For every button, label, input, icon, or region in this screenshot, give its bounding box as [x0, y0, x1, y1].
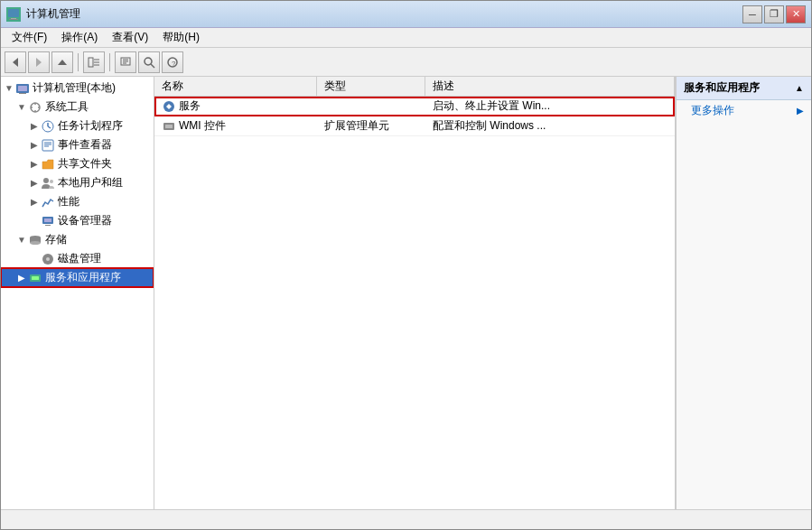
tree-item-system-tools[interactable]: ▼ 系统工具	[1, 98, 154, 116]
tree-label-perf: 性能	[58, 194, 79, 209]
toolbar-sep-2	[109, 53, 110, 71]
icon-services-apps	[28, 271, 42, 285]
icon-performance	[41, 195, 55, 209]
col-header-type[interactable]: 类型	[317, 77, 425, 96]
toolbar-sep-1	[78, 53, 79, 71]
svg-point-14	[145, 58, 152, 65]
icon-storage	[28, 233, 42, 247]
toolbar-btn-3[interactable]	[115, 51, 136, 73]
svg-marker-4	[36, 58, 42, 67]
expand-storage[interactable]: ▼	[15, 234, 28, 246]
tree-label-device: 设备管理器	[58, 213, 112, 228]
status-bar	[1, 509, 811, 529]
forward-button[interactable]	[28, 51, 50, 73]
cell-wmi-name: WMI 控件	[179, 118, 226, 134]
tree-item-root[interactable]: ▼ 计算机管理(本地)	[1, 79, 154, 98]
col-header-name[interactable]: 名称	[154, 77, 317, 96]
expand-users[interactable]: ▶	[28, 177, 41, 190]
svg-rect-6	[89, 58, 93, 67]
actions-more-arrow-icon: ▶	[797, 106, 804, 116]
toolbar: ?	[1, 48, 811, 77]
icon-task	[41, 119, 55, 134]
tree-label-root: 计算机管理(本地)	[33, 80, 116, 96]
expand-shared[interactable]: ▶	[28, 158, 41, 171]
svg-text:?: ?	[172, 60, 176, 68]
expand-event[interactable]: ▶	[28, 139, 41, 152]
expand-perf[interactable]: ▶	[28, 196, 41, 209]
tree-item-shared[interactable]: ▶ 共享文件夹	[1, 154, 154, 173]
icon-device	[41, 214, 55, 228]
title-buttons: ─ ❐ ✕	[742, 5, 806, 23]
expand-task[interactable]: ▶	[28, 120, 41, 133]
svg-rect-20	[19, 93, 26, 94]
restore-button[interactable]: ❐	[764, 5, 784, 23]
toolbar-btn-5[interactable]: ?	[162, 51, 183, 73]
list-row-wmi[interactable]: WMI 控件 扩展管理单元 配置和控制 Windows ...	[154, 116, 675, 136]
list-panel: 名称 类型 描述 服务	[154, 77, 676, 509]
main-window: 计算机管理 ─ ❐ ✕ 文件(F) 操作(A) 查看(V) 帮助(H)	[0, 0, 812, 530]
expand-disk[interactable]	[28, 253, 41, 265]
tree-label-storage: 存储	[45, 232, 67, 247]
minimize-button[interactable]: ─	[742, 5, 762, 23]
icon-shared	[41, 157, 55, 172]
tree-item-device[interactable]: 设备管理器	[1, 211, 154, 230]
actions-more-label: 更多操作	[691, 103, 734, 118]
tree-panel: ▼ 计算机管理(本地) ▼	[1, 77, 154, 509]
svg-rect-44	[32, 276, 39, 280]
close-button[interactable]: ✕	[786, 5, 806, 23]
menu-view[interactable]: 查看(V)	[105, 28, 155, 47]
tree-item-disk[interactable]: 磁盘管理	[1, 249, 154, 268]
tree-label-disk: 磁盘管理	[58, 251, 101, 266]
show-tree-button[interactable]	[83, 51, 105, 73]
window-title: 计算机管理	[26, 6, 80, 22]
icon-wmi-row	[162, 119, 176, 134]
tree-label-task: 任务计划程序	[58, 118, 123, 134]
actions-header: 服务和应用程序 ▲	[677, 77, 811, 100]
icon-root	[15, 81, 30, 96]
expand-system-tools[interactable]: ▼	[15, 101, 28, 114]
cell-wmi-desc: 配置和控制 Windows ...	[433, 118, 546, 134]
icon-disk	[41, 252, 55, 266]
actions-arrow-icon: ▲	[795, 83, 804, 93]
svg-point-42	[46, 257, 50, 261]
tree-item-local-users[interactable]: ▶ 本地用户和组	[1, 173, 154, 192]
svg-rect-2	[9, 19, 18, 20]
expand-services[interactable]: ▶	[15, 272, 28, 284]
tree-label-shared: 共享文件夹	[58, 156, 112, 172]
icon-event	[41, 138, 55, 153]
toolbar-btn-4[interactable]	[138, 51, 160, 73]
main-content: ▼ 计算机管理(本地) ▼	[1, 77, 811, 509]
up-button[interactable]	[51, 51, 73, 73]
tree-label-event: 事件查看器	[58, 137, 112, 153]
menu-action[interactable]: 操作(A)	[54, 28, 105, 47]
tree-item-event-viewer[interactable]: ▶ 事件查看器	[1, 135, 154, 154]
svg-rect-29	[42, 140, 53, 151]
menu-file[interactable]: 文件(F)	[5, 28, 54, 47]
svg-point-40	[30, 241, 41, 245]
svg-rect-0	[8, 9, 19, 17]
col-header-desc[interactable]: 描述	[425, 77, 675, 96]
list-row-services[interactable]: 服务 启动、终止并设置 Win...	[154, 97, 675, 116]
list-header: 名称 类型 描述	[154, 77, 675, 97]
title-bar: 计算机管理 ─ ❐ ✕	[1, 1, 811, 28]
icon-service-row	[162, 99, 176, 114]
svg-point-33	[43, 178, 49, 183]
tree-item-task-scheduler[interactable]: ▶ 任务计划程序	[1, 116, 154, 135]
tree-item-performance[interactable]: ▶ 性能	[1, 192, 154, 211]
svg-point-34	[50, 180, 53, 183]
actions-more[interactable]: 更多操作 ▶	[677, 100, 811, 121]
tree-label-system-tools: 系统工具	[45, 99, 89, 115]
cell-service-name: 服务	[179, 98, 201, 114]
svg-rect-47	[165, 125, 173, 128]
back-button[interactable]	[5, 51, 26, 73]
svg-marker-5	[58, 60, 67, 65]
tree-label-services-apps: 服务和应用程序	[45, 270, 121, 285]
expand-device[interactable]	[28, 215, 41, 228]
cell-service-desc: 启动、终止并设置 Win...	[433, 98, 550, 114]
tree-item-services-apps[interactable]: ▶ 服务和应用程序	[1, 268, 154, 287]
menu-help[interactable]: 帮助(H)	[155, 28, 207, 47]
expand-root[interactable]: ▼	[3, 82, 15, 95]
title-bar-left: 计算机管理	[6, 6, 80, 22]
tree-label-users: 本地用户和组	[58, 175, 123, 191]
tree-item-storage[interactable]: ▼ 存储	[1, 230, 154, 249]
